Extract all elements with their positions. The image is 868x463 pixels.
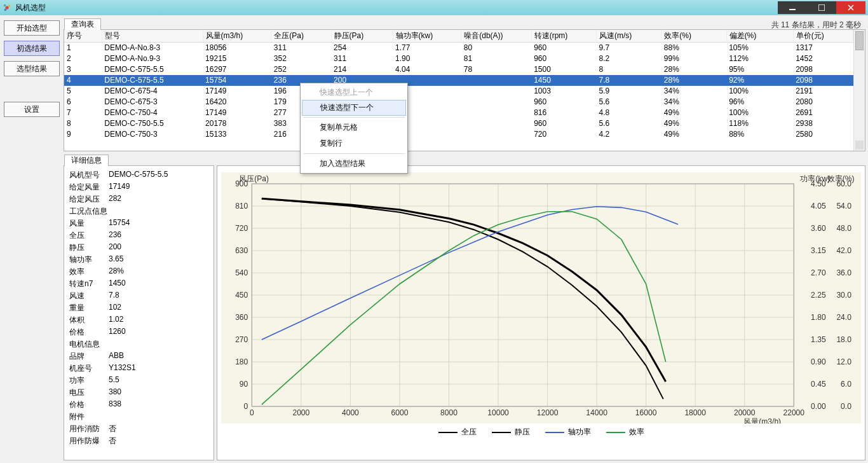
table-row[interactable]: 2DEMO-A-No.9-3192153523111.90819608.299%…	[64, 53, 853, 64]
cell[interactable]: 17149	[203, 107, 271, 118]
cell[interactable]	[461, 75, 531, 86]
cell[interactable]: 100%	[726, 107, 793, 118]
cell[interactable]: 7.8	[596, 75, 661, 86]
cell[interactable]: 9.7	[596, 43, 661, 53]
cell[interactable]: 16297	[203, 64, 271, 75]
menu-copy-cell[interactable]: 复制单元格	[301, 120, 407, 135]
table-row[interactable]: 5DEMO-C-675-41714919617510035.934%100%21…	[64, 86, 853, 97]
cell[interactable]: DEMO-C-575-5.5	[102, 75, 203, 86]
cell[interactable]: 8	[64, 118, 102, 129]
col-header[interactable]: 轴功率(kw)	[393, 30, 461, 43]
cell[interactable]: 4.8	[596, 107, 661, 118]
cell[interactable]: DEMO-C-750-4	[102, 107, 203, 118]
cell[interactable]: 254	[331, 43, 393, 53]
table-scrollbar[interactable]	[853, 30, 865, 151]
final-button[interactable]: 选型结果	[4, 61, 60, 76]
cell[interactable]: 1450	[531, 75, 596, 86]
cell[interactable]: DEMO-A-No.8-3	[102, 43, 203, 53]
cell[interactable]: 8	[596, 64, 661, 75]
cell[interactable]	[461, 107, 531, 118]
table-row[interactable]: 4DEMO-C-575-5.51575423620014507.828%92%2…	[64, 75, 853, 86]
performance-chart[interactable]: 0901802703604505406307208109000200040006…	[221, 172, 861, 424]
cell[interactable]: 1500	[531, 64, 596, 75]
cell[interactable]: 2098	[793, 75, 853, 86]
context-menu[interactable]: 快速选型上一个 快速选型下一个 复制单元格 复制行 加入选型结果	[300, 83, 408, 174]
cell[interactable]	[461, 86, 531, 97]
cell[interactable]: 18056	[203, 43, 271, 53]
table-row[interactable]: 8DEMO-C-750-5.5201783833649605.649%118%2…	[64, 118, 853, 129]
cell[interactable]: 252	[271, 64, 331, 75]
col-header[interactable]: 全压(Pa)	[271, 30, 331, 43]
col-header[interactable]: 型号	[102, 30, 203, 43]
col-header[interactable]: 偏差(%)	[726, 30, 793, 43]
cell[interactable]: 816	[531, 107, 596, 118]
cell[interactable]: 34%	[661, 97, 726, 107]
cell[interactable]: 80	[461, 43, 531, 53]
cell[interactable]: 112%	[726, 53, 793, 64]
cell[interactable]: 2938	[793, 118, 853, 129]
cell[interactable]: 5.6	[596, 97, 661, 107]
cell[interactable]: 4.2	[596, 129, 661, 140]
cell[interactable]: 4.04	[393, 64, 461, 75]
cell[interactable]: 9	[64, 129, 102, 140]
cell[interactable]: 2580	[793, 129, 853, 140]
cell[interactable]: 118%	[726, 118, 793, 129]
cell[interactable]: 92%	[726, 75, 793, 86]
cell[interactable]: 96%	[726, 97, 793, 107]
cell[interactable]: 352	[271, 53, 331, 64]
cell[interactable]: 311	[331, 53, 393, 64]
cell[interactable]: 15754	[203, 75, 271, 86]
cell[interactable]: 78	[461, 64, 531, 75]
cell[interactable]: DEMO-C-575-5.5	[102, 64, 203, 75]
table-row[interactable]: 6DEMO-C-675-3164201791619605.634%96%2080	[64, 97, 853, 107]
scroll-thumb[interactable]	[855, 31, 864, 50]
col-header[interactable]: 风量(m3/h)	[203, 30, 271, 43]
scroll-down-icon[interactable]	[855, 141, 864, 149]
cell[interactable]: 49%	[661, 107, 726, 118]
cell[interactable]: 28%	[661, 64, 726, 75]
detail-tab[interactable]: 详细信息	[64, 155, 109, 166]
cell[interactable]: 19215	[203, 53, 271, 64]
close-button[interactable]	[836, 1, 865, 14]
cell[interactable]: DEMO-C-675-4	[102, 86, 203, 97]
cell[interactable]: 1	[64, 43, 102, 53]
cell[interactable]: 95%	[726, 64, 793, 75]
table-row[interactable]: 1DEMO-A-No.8-3180563112541.77809609.788%…	[64, 43, 853, 53]
cell[interactable]: 20178	[203, 118, 271, 129]
menu-copy-row[interactable]: 复制行	[301, 135, 407, 151]
cell[interactable]: 81	[461, 53, 531, 64]
results-table[interactable]: 序号型号风量(m3/h)全压(Pa)静压(Pa)轴功率(kw)噪音(db(A))…	[64, 30, 853, 140]
cell[interactable]: 1452	[793, 53, 853, 64]
col-header[interactable]: 效率(%)	[661, 30, 726, 43]
cell[interactable]	[461, 118, 531, 129]
cell[interactable]: 5	[64, 86, 102, 97]
cell[interactable]: 34%	[661, 86, 726, 97]
start-button[interactable]: 开始选型	[4, 20, 60, 36]
cell[interactable]: DEMO-C-675-3	[102, 97, 203, 107]
settings-button[interactable]: 设置	[4, 102, 60, 117]
cell[interactable]: 88%	[726, 129, 793, 140]
cell[interactable]: 2691	[793, 107, 853, 118]
cell[interactable]: 3	[64, 64, 102, 75]
cell[interactable]: 960	[531, 118, 596, 129]
col-header[interactable]: 转速(rpm)	[531, 30, 596, 43]
cell[interactable]: 4	[64, 75, 102, 86]
cell[interactable]: 88%	[661, 43, 726, 53]
cell[interactable]: 15133	[203, 129, 271, 140]
table-row[interactable]: 7DEMO-C-750-4171492772638164.849%100%269…	[64, 107, 853, 118]
prelim-button[interactable]: 初选结果	[4, 41, 60, 56]
cell[interactable]: 2098	[793, 64, 853, 75]
cell[interactable]: 214	[331, 64, 393, 75]
col-header[interactable]: 风速(m/s)	[596, 30, 661, 43]
cell[interactable]: 2	[64, 53, 102, 64]
cell[interactable]: 1317	[793, 43, 853, 53]
cell[interactable]: 1.77	[393, 43, 461, 53]
cell[interactable]: 5.9	[596, 86, 661, 97]
cell[interactable]: 1.90	[393, 53, 461, 64]
cell[interactable]: 105%	[726, 43, 793, 53]
cell[interactable]	[461, 97, 531, 107]
col-header[interactable]: 静压(Pa)	[331, 30, 393, 43]
cell[interactable]: DEMO-A-No.9-3	[102, 53, 203, 64]
cell[interactable]: 2191	[793, 86, 853, 97]
cell[interactable]: 311	[271, 43, 331, 53]
